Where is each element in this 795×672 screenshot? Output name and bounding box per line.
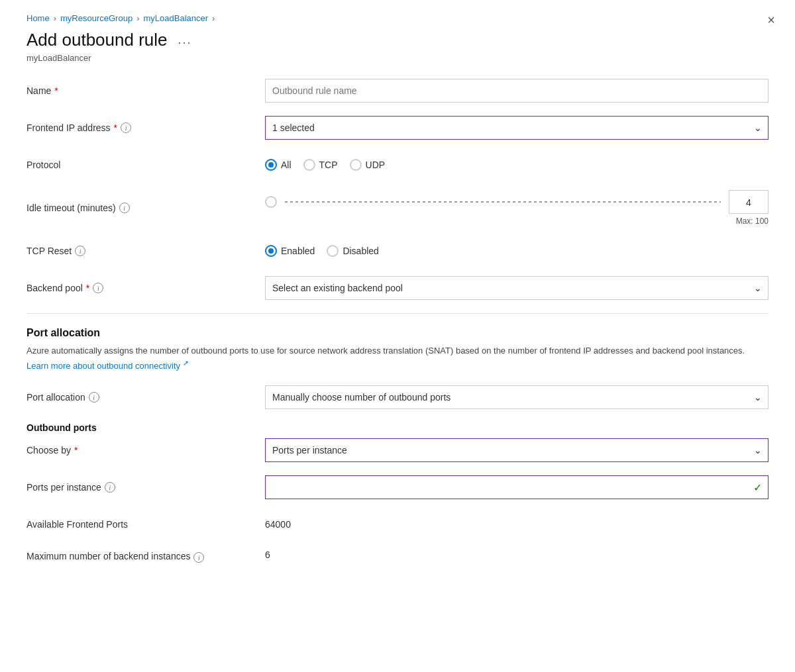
name-required: *: [54, 85, 58, 96]
ports-per-instance-input[interactable]: 10000: [265, 475, 768, 499]
choose-by-input-col: Ports per instance ⌄: [265, 438, 768, 462]
slider-track[interactable]: [285, 201, 721, 203]
backend-pool-select-wrapper: Select an existing backend pool ⌄: [265, 276, 768, 300]
max-backend-instances-value-col: 6: [265, 550, 768, 560]
tcp-reset-row: TCP Reset i Enabled Disabled: [26, 239, 768, 263]
port-allocation-title: Port allocation: [26, 327, 768, 339]
page-title: Add outbound rule: [26, 30, 168, 50]
port-allocation-label: Port allocation i: [26, 392, 265, 403]
backend-pool-info-icon[interactable]: i: [93, 283, 103, 293]
tcp-reset-disabled-option[interactable]: Disabled: [327, 245, 378, 257]
backend-pool-required: *: [86, 283, 89, 293]
external-link-icon: ➚: [183, 359, 189, 367]
backend-pool-input-col: Select an existing backend pool ⌄: [265, 276, 768, 300]
tcp-reset-disabled-label: Disabled: [343, 246, 378, 256]
section-divider: [26, 313, 768, 314]
breadcrumb-load-balancer[interactable]: myLoadBalancer: [143, 13, 208, 23]
page-container: Home › myResourceGroup › myLoadBalancer …: [0, 0, 795, 672]
port-allocation-select[interactable]: Manually choose number of outbound ports: [265, 385, 768, 409]
frontend-ip-input-col: 1 selected ⌄: [265, 116, 768, 140]
protocol-tcp-radio[interactable]: [303, 159, 315, 171]
available-frontend-ports-row: Available Frontend Ports 64000: [26, 512, 768, 536]
breadcrumb-sep-2: ›: [136, 13, 139, 23]
frontend-ip-required: *: [114, 122, 117, 133]
idle-timeout-max: Max: 100: [265, 216, 768, 226]
max-backend-instances-value: 6: [265, 550, 270, 560]
learn-more-link[interactable]: Learn more about outbound connectivity ➚: [26, 361, 189, 371]
frontend-ip-select-wrapper: 1 selected ⌄: [265, 116, 768, 140]
protocol-udp-option[interactable]: UDP: [350, 159, 386, 171]
breadcrumb-sep-1: ›: [54, 13, 56, 23]
outbound-ports-section: Outbound ports: [26, 422, 768, 433]
slider-thumb[interactable]: [265, 196, 277, 208]
header-row: Add outbound rule ...: [26, 30, 768, 50]
idle-timeout-value[interactable]: 4: [729, 190, 768, 214]
choose-by-select-wrapper: Ports per instance ⌄: [265, 438, 768, 462]
ports-per-instance-row: Ports per instance i 10000 ✓: [26, 475, 768, 499]
port-allocation-info-icon[interactable]: i: [89, 392, 99, 403]
available-frontend-ports-value: 64000: [265, 519, 291, 530]
breadcrumb-resource-group[interactable]: myResourceGroup: [60, 13, 132, 23]
tcp-reset-disabled-radio[interactable]: [327, 245, 339, 257]
tcp-reset-enabled-radio[interactable]: [265, 245, 277, 257]
subtitle: myLoadBalancer: [26, 53, 768, 63]
choose-by-required: *: [74, 445, 78, 456]
protocol-label: Protocol: [26, 160, 265, 170]
ports-per-instance-info-icon[interactable]: i: [105, 482, 115, 493]
ports-per-instance-select-wrapper: 10000 ✓: [265, 475, 768, 499]
tcp-reset-info-icon[interactable]: i: [75, 246, 85, 256]
tcp-reset-label: TCP Reset i: [26, 246, 265, 256]
max-backend-instances-label: Maximum number of backend instances i: [26, 550, 265, 563]
idle-timeout-input-col: 4 Max: 100: [265, 190, 768, 226]
form-section: Name * Frontend IP address * i 1 selecte…: [26, 79, 768, 573]
protocol-all-label: All: [281, 160, 292, 170]
name-row: Name *: [26, 79, 768, 103]
tcp-reset-enabled-option[interactable]: Enabled: [265, 245, 315, 257]
available-frontend-ports-value-col: 64000: [265, 519, 768, 530]
breadcrumb-home[interactable]: Home: [26, 13, 50, 23]
slider-row: 4: [265, 190, 768, 214]
breadcrumb: Home › myResourceGroup › myLoadBalancer …: [26, 13, 768, 23]
backend-pool-select[interactable]: Select an existing backend pool: [265, 276, 768, 300]
max-backend-instances-row: Maximum number of backend instances i 6: [26, 550, 768, 573]
protocol-all-option[interactable]: All: [265, 159, 292, 171]
tcp-reset-radio-group: Enabled Disabled: [265, 245, 768, 257]
choose-by-select[interactable]: Ports per instance: [265, 438, 768, 462]
protocol-radio-group: All TCP UDP: [265, 159, 768, 171]
available-frontend-ports-label: Available Frontend Ports: [26, 519, 265, 530]
choose-by-row: Choose by * Ports per instance ⌄: [26, 438, 768, 462]
idle-timeout-info-icon[interactable]: i: [119, 203, 130, 213]
ports-per-instance-label: Ports per instance i: [26, 482, 265, 493]
tcp-reset-enabled-label: Enabled: [281, 246, 315, 256]
frontend-ip-info-icon[interactable]: i: [121, 122, 131, 133]
protocol-udp-radio[interactable]: [350, 159, 362, 171]
protocol-tcp-option[interactable]: TCP: [303, 159, 338, 171]
choose-by-label: Choose by *: [26, 445, 265, 456]
ports-per-instance-input-col: 10000 ✓: [265, 475, 768, 499]
ellipsis-button[interactable]: ...: [174, 32, 196, 48]
port-allocation-description: Azure automatically assigns the number o…: [26, 344, 768, 372]
tcp-reset-input-col: Enabled Disabled: [265, 245, 768, 257]
name-input-col: [265, 79, 768, 103]
max-backend-instances-info-icon[interactable]: i: [193, 552, 204, 563]
backend-pool-label: Backend pool * i: [26, 283, 265, 293]
idle-timeout-row: Idle timeout (minutes) i 4 Max: 100: [26, 190, 768, 226]
port-allocation-select-wrapper: Manually choose number of outbound ports…: [265, 385, 768, 409]
idle-timeout-label: Idle timeout (minutes) i: [26, 203, 265, 213]
frontend-ip-label: Frontend IP address * i: [26, 122, 265, 133]
protocol-tcp-label: TCP: [319, 160, 338, 170]
protocol-all-radio[interactable]: [265, 159, 277, 171]
protocol-row: Protocol All TCP UDP: [26, 153, 768, 177]
idle-timeout-slider-container: 4 Max: 100: [265, 190, 768, 226]
close-button[interactable]: ×: [767, 13, 775, 26]
frontend-ip-row: Frontend IP address * i 1 selected ⌄: [26, 116, 768, 140]
frontend-ip-select[interactable]: 1 selected: [265, 116, 768, 140]
breadcrumb-sep-3: ›: [212, 13, 215, 23]
protocol-udp-label: UDP: [366, 160, 386, 170]
protocol-input-col: All TCP UDP: [265, 159, 768, 171]
name-label: Name *: [26, 85, 265, 96]
port-allocation-row: Port allocation i Manually choose number…: [26, 385, 768, 409]
outbound-ports-label: Outbound ports: [26, 422, 768, 433]
name-input[interactable]: [265, 79, 768, 103]
backend-pool-row: Backend pool * i Select an existing back…: [26, 276, 768, 300]
